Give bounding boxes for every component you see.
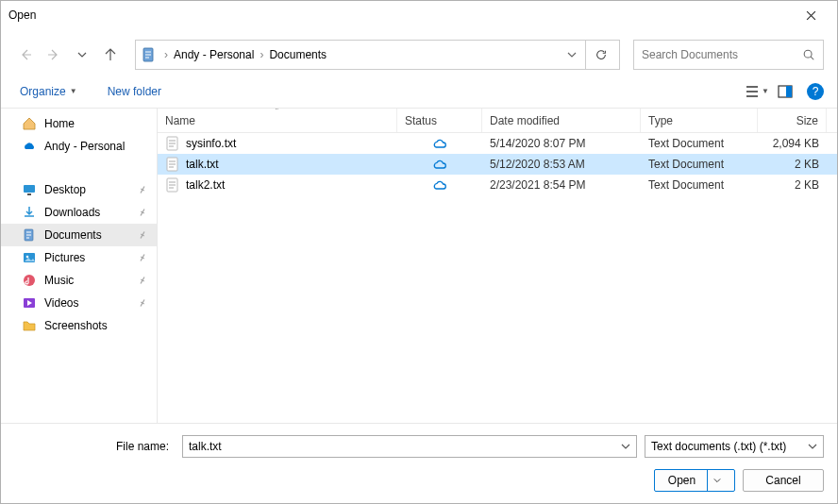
sidebar-item-videos[interactable]: Videos bbox=[1, 292, 157, 314]
column-size[interactable]: Size bbox=[758, 109, 827, 132]
sidebar-item-desktop[interactable]: Desktop bbox=[1, 178, 157, 201]
sidebar-item-personal[interactable]: Andy - Personal bbox=[1, 135, 157, 158]
file-row[interactable]: sysinfo.txt 5/14/2020 8:07 PM Text Docum… bbox=[158, 133, 837, 154]
title-bar: Open bbox=[1, 1, 837, 29]
text-file-icon bbox=[165, 136, 180, 151]
footer: File name: talk.txt Text documents (.txt… bbox=[1, 423, 837, 503]
column-date[interactable]: Date modified bbox=[482, 109, 641, 132]
list-view-icon bbox=[745, 85, 760, 98]
breadcrumb[interactable]: › Andy - Personal › Documents bbox=[135, 40, 620, 70]
sort-ascending-icon: ˄ bbox=[275, 109, 279, 116]
help-icon: ? bbox=[813, 85, 819, 98]
caret-down-icon: ▼ bbox=[762, 87, 769, 95]
chevron-down-icon[interactable] bbox=[621, 442, 630, 451]
pin-icon bbox=[136, 274, 149, 287]
sidebar-item-label: Downloads bbox=[44, 206, 100, 219]
breadcrumb-sep-icon: › bbox=[258, 48, 265, 61]
split-caret-icon[interactable] bbox=[707, 470, 721, 491]
help-button[interactable]: ? bbox=[807, 83, 824, 100]
filename-input[interactable]: talk.txt bbox=[182, 435, 637, 458]
sidebar-item-pictures[interactable]: Pictures bbox=[1, 246, 157, 269]
close-button[interactable] bbox=[792, 1, 830, 29]
svg-point-8 bbox=[26, 256, 29, 259]
pin-icon bbox=[136, 228, 149, 242]
breadcrumb-part[interactable]: Andy - Personal bbox=[170, 48, 258, 61]
breadcrumb-sep-icon: › bbox=[162, 48, 170, 61]
cancel-button[interactable]: Cancel bbox=[743, 469, 824, 492]
sidebar-item-label: Pictures bbox=[44, 251, 85, 264]
window-title: Open bbox=[8, 8, 792, 22]
file-size: 2 KB bbox=[758, 175, 827, 195]
sidebar: Home Andy - Personal Desktop Downloads D… bbox=[1, 109, 158, 423]
home-icon bbox=[22, 116, 37, 131]
text-file-icon bbox=[165, 177, 180, 193]
filetype-select[interactable]: Text documents (.txt) (*.txt) bbox=[645, 435, 824, 458]
refresh-button[interactable] bbox=[585, 41, 615, 69]
sidebar-item-home[interactable]: Home bbox=[1, 112, 157, 135]
documents-icon bbox=[22, 227, 37, 243]
sidebar-item-label: Home bbox=[44, 117, 75, 130]
downloads-icon bbox=[22, 205, 37, 220]
svg-point-9 bbox=[24, 275, 35, 286]
sidebar-item-screenshots[interactable]: Screenshots bbox=[1, 314, 157, 337]
preview-pane-button[interactable] bbox=[773, 80, 797, 103]
chevron-down-icon bbox=[77, 50, 87, 59]
file-pane: Name ˄ Status Date modified Type Size sy… bbox=[158, 109, 837, 423]
sidebar-item-label: Screenshots bbox=[44, 319, 108, 332]
column-type[interactable]: Type bbox=[641, 109, 758, 132]
breadcrumb-part[interactable]: Documents bbox=[265, 48, 330, 61]
filetype-value: Text documents (.txt) (*.txt) bbox=[651, 440, 786, 453]
search-input[interactable]: Search Documents bbox=[633, 40, 824, 70]
sidebar-item-documents[interactable]: Documents bbox=[1, 224, 157, 246]
file-row[interactable]: talk2.txt 2/23/2021 8:54 PM Text Documen… bbox=[158, 175, 837, 195]
sidebar-item-label: Videos bbox=[44, 296, 78, 310]
close-icon bbox=[806, 10, 816, 21]
location-doc-icon bbox=[140, 45, 159, 64]
new-folder-label: New folder bbox=[108, 85, 161, 98]
up-button[interactable] bbox=[99, 43, 122, 66]
file-date: 5/12/2020 8:53 AM bbox=[482, 154, 641, 175]
forward-button[interactable] bbox=[42, 43, 65, 66]
organize-label: Organize bbox=[20, 85, 66, 98]
open-button[interactable]: Open bbox=[654, 469, 735, 492]
filename-value: talk.txt bbox=[189, 440, 222, 453]
search-icon bbox=[802, 48, 815, 61]
pin-icon bbox=[136, 296, 149, 310]
toolbar: Organize ▼ New folder ▼ ? bbox=[1, 75, 837, 109]
new-folder-button[interactable]: New folder bbox=[102, 81, 167, 102]
file-name: talk.txt bbox=[186, 158, 219, 171]
cloud-icon bbox=[432, 138, 447, 149]
search-placeholder: Search Documents bbox=[642, 48, 802, 61]
recent-dropdown[interactable] bbox=[71, 43, 93, 66]
cloud-icon bbox=[432, 159, 447, 170]
preview-pane-icon bbox=[778, 85, 793, 98]
text-file-icon bbox=[165, 157, 180, 172]
breadcrumb-dropdown[interactable] bbox=[566, 50, 585, 59]
back-button[interactable] bbox=[14, 43, 37, 66]
videos-icon bbox=[22, 295, 37, 311]
column-headers: Name ˄ Status Date modified Type Size bbox=[158, 109, 837, 133]
pin-icon bbox=[136, 183, 149, 196]
sidebar-item-music[interactable]: Music bbox=[1, 269, 157, 292]
chevron-down-icon bbox=[808, 442, 817, 451]
sidebar-item-label: Desktop bbox=[44, 183, 86, 196]
nav-bar: › Andy - Personal › Documents Search Doc… bbox=[1, 35, 837, 75]
column-name[interactable]: Name ˄ bbox=[158, 109, 397, 132]
view-mode-button[interactable]: ▼ bbox=[745, 80, 769, 103]
cancel-label: Cancel bbox=[765, 474, 800, 487]
file-row[interactable]: talk.txt 5/12/2020 8:53 AM Text Document… bbox=[158, 154, 837, 175]
file-size: 2 KB bbox=[758, 154, 827, 175]
sidebar-item-downloads[interactable]: Downloads bbox=[1, 201, 157, 224]
pin-icon bbox=[136, 206, 149, 219]
file-date: 2/23/2021 8:54 PM bbox=[482, 175, 641, 195]
folder-icon bbox=[22, 318, 37, 333]
open-label: Open bbox=[668, 474, 696, 487]
arrow-right-icon bbox=[46, 47, 61, 62]
music-icon bbox=[22, 273, 37, 288]
organize-button[interactable]: Organize ▼ bbox=[14, 81, 83, 102]
chevron-down-icon bbox=[567, 50, 577, 59]
caret-down-icon: ▼ bbox=[70, 87, 77, 95]
column-status[interactable]: Status bbox=[397, 109, 482, 132]
desktop-icon bbox=[22, 182, 37, 197]
file-type: Text Document bbox=[641, 154, 758, 175]
